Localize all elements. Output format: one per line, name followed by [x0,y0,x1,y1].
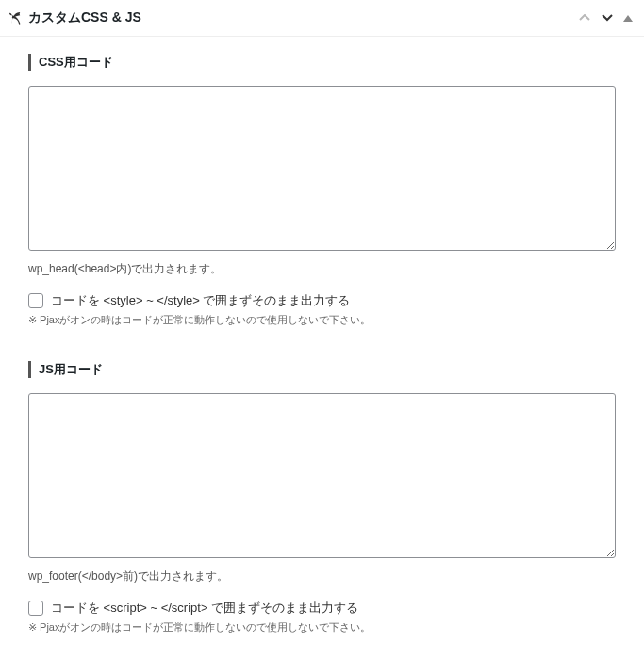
chevron-up-icon[interactable] [578,11,591,25]
css-raw-output-label: コードを <style> ~ </style> で囲まずそのまま出力する [51,292,350,309]
js-pjax-note: ※ Pjaxがオンの時はコードが正常に動作しないので使用しないで下さい。 [28,620,616,634]
panel-title: カスタムCSS & JS [28,9,141,26]
css-code-textarea[interactable] [28,86,616,251]
js-raw-output-label: コードを <script> ~ </script> で囲まずそのまま出力する [51,600,358,617]
css-raw-output-row[interactable]: コードを <style> ~ </style> で囲まずそのまま出力する [28,292,616,309]
css-section: CSS用コード wp_head(<head>内)で出力されます。 コードを <s… [28,54,616,327]
css-help-text: wp_head(<head>内)で出力されます。 [28,261,616,277]
css-pjax-note: ※ Pjaxがオンの時はコードが正常に動作しないので使用しないで下さい。 [28,313,616,327]
css-section-heading: CSS用コード [28,54,616,71]
js-section-heading: JS用コード [28,361,616,378]
panel-header: カスタムCSS & JS [0,0,644,37]
js-raw-output-row[interactable]: コードを <script> ~ </script> で囲まずそのまま出力する [28,600,616,617]
leaf-icon [8,10,23,25]
panel-content: CSS用コード wp_head(<head>内)で出力されます。 コードを <s… [0,37,644,653]
js-help-text: wp_footer(</body>前)で出力されます。 [28,568,616,585]
js-code-textarea[interactable] [28,393,616,558]
chevron-down-icon[interactable] [601,11,614,25]
panel-header-controls [578,11,633,25]
css-raw-output-checkbox[interactable] [28,293,43,308]
collapse-triangle-icon[interactable] [623,15,633,22]
js-section: JS用コード wp_footer(</body>前)で出力されます。 コードを … [28,361,616,634]
js-raw-output-checkbox[interactable] [28,601,43,616]
panel-title-group: カスタムCSS & JS [8,9,141,26]
